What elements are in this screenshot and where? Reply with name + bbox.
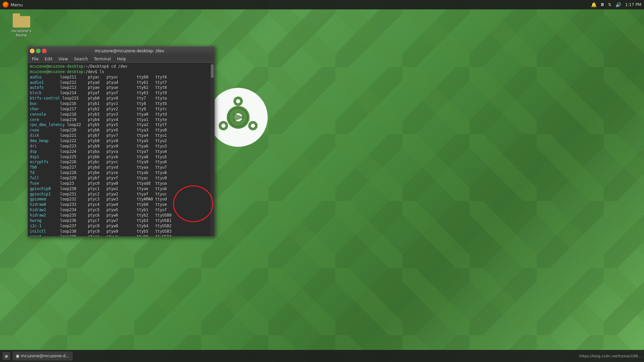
terminal-window: mcuzone@mcuzone-desktop: /dev File Edit …	[28, 46, 215, 237]
volume-icon[interactable]: 🔊	[615, 2, 621, 7]
firefox-icon	[3, 2, 9, 8]
status-url: https://blog.csdn.net/hzxiao198...	[579, 354, 641, 358]
notification-icon[interactable]: 🔔	[591, 2, 597, 7]
task-terminal-label: mcuzone@mcuzone-d...	[21, 354, 69, 358]
workspace-icon: ▦	[5, 354, 8, 358]
scrollbar-thumb	[211, 64, 214, 78]
terminal-menubar: File Edit View Search Terminal Help	[28, 55, 214, 63]
close-button[interactable]	[42, 49, 47, 53]
menu-button[interactable]: Menu	[3, 2, 23, 8]
terminal-title: mcuzone@mcuzone-desktop: /dev	[47, 49, 212, 53]
bluetooth-icon[interactable]: B	[601, 2, 604, 7]
menu-edit[interactable]: Edit	[42, 56, 55, 62]
menu-search[interactable]: Search	[71, 56, 91, 62]
terminal-content[interactable]: mcuzone@mcuzone-desktop:~/Desktop$ cd /d…	[28, 63, 214, 236]
desktop-icon-home[interactable]: mcuzone's Home	[8, 13, 35, 38]
terminal-scrollbar[interactable]	[210, 63, 214, 236]
taskbar-top-right: 🔔 B ⇅ 🔊 1:17 PM	[591, 2, 641, 7]
taskbar-top-left: Menu	[3, 2, 23, 8]
task-terminal-icon: ▣	[16, 354, 19, 358]
taskbar-bottom-right: https://blog.csdn.net/hzxiao198...	[579, 354, 641, 358]
window-controls	[30, 49, 47, 53]
task-terminal-item[interactable]: ▣ mcuzone@mcuzone-d...	[13, 352, 72, 360]
minimize-button[interactable]	[30, 49, 35, 53]
clock: 1:17 PM	[625, 2, 641, 7]
svg-point-6	[221, 124, 225, 128]
menu-help[interactable]: Help	[114, 56, 129, 62]
ubuntu-logo	[208, 87, 268, 147]
maximize-button[interactable]	[36, 49, 41, 53]
taskbar-bottom: ▦ ▣ mcuzone@mcuzone-d... https://blog.cs…	[0, 350, 644, 362]
menu-label[interactable]: Menu	[11, 2, 23, 7]
svg-point-8	[251, 124, 255, 128]
menu-file[interactable]: File	[29, 56, 41, 62]
workspace-button[interactable]: ▦	[3, 352, 10, 360]
taskbar-bottom-left: ▦ ▣ mcuzone@mcuzone-d...	[3, 352, 72, 360]
terminal-text[interactable]: mcuzone@mcuzone-desktop:~/Desktop$ cd /d…	[28, 63, 210, 236]
taskbar-top: Menu 🔔 B ⇅ 🔊 1:17 PM	[0, 0, 644, 9]
folder-icon	[13, 13, 30, 27]
svg-point-4	[236, 99, 240, 103]
audio-device-icon[interactable]: ⇅	[608, 2, 611, 7]
terminal-titlebar: mcuzone@mcuzone-desktop: /dev	[28, 47, 214, 55]
desktop-icon-label: mcuzone's Home	[8, 29, 35, 38]
menu-terminal[interactable]: Terminal	[91, 56, 114, 62]
menu-view[interactable]: View	[56, 56, 70, 62]
